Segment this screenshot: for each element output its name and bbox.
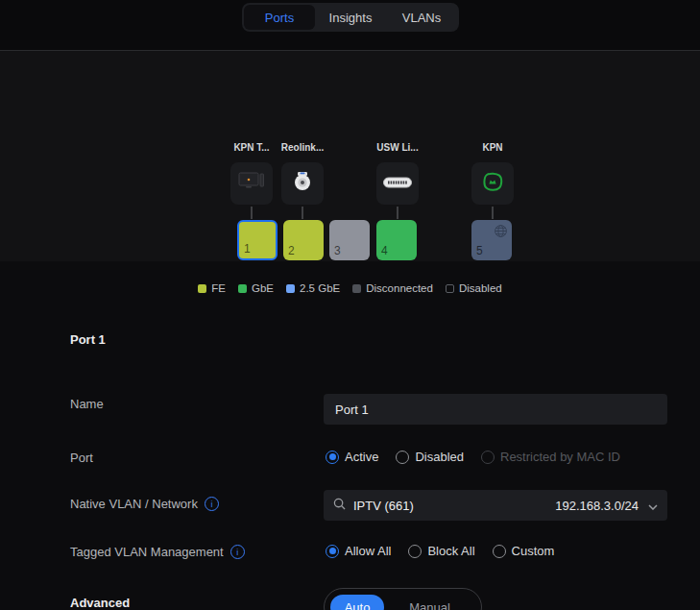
device-label: USW Li... [369,142,426,153]
kpn-logo-icon [480,169,505,198]
radio-allow-all[interactable]: Allow All [326,544,391,558]
port-1[interactable]: 1 [237,220,278,260]
port-number: 4 [381,244,388,257]
port-diagram-section: KPN T... Reolink... USW Li... KPN [0,51,700,261]
port-connector [397,207,398,219]
radio-label: Disabled [415,450,464,464]
radio-button-icon [408,545,422,558]
port-number: 2 [288,244,295,257]
port-connector [302,207,303,219]
legend-item-disconnected: Disconnected [352,282,433,294]
info-icon[interactable] [205,497,219,511]
tab-insights[interactable]: Insights [315,5,386,30]
radio-block-all[interactable]: Block All [408,544,474,558]
port-connector [492,207,494,219]
device-tile-usw-lite[interactable] [376,162,419,205]
radio-label: Block All [427,544,474,558]
device-label: Reolink... [274,142,331,153]
tv-icon [238,171,265,196]
radio-restricted-by-mac-id: Restricted by MAC ID [481,450,620,464]
legend-item-fe: FE [198,282,226,294]
radio-button-icon [493,545,506,558]
radio-button-icon [326,451,339,464]
port-2[interactable]: 2 [283,220,324,260]
radio-label: Restricted by MAC ID [500,450,620,464]
device-tile-kpn-isp[interactable] [471,162,514,205]
tagged-vlan-radio-group: Allow All Block All Custom [326,544,554,558]
tagged-vlan-label: Tagged VLAN Management [70,545,245,559]
port-state-radio-group: Active Disabled Restricted by MAC ID [326,450,620,464]
info-icon[interactable] [230,545,245,559]
legend-label: 2.5 GbE [300,282,340,294]
search-icon [333,497,346,514]
globe-icon [494,224,508,242]
tab-vlans[interactable]: VLANs [386,5,457,30]
native-vlan-label-text: Native VLAN / Network [70,497,198,511]
legend-item-25gbe: 2.5 GbE [286,282,340,294]
legend-label: Disabled [459,282,502,294]
port-3[interactable]: 3 [329,220,370,260]
port-number: 3 [334,244,341,257]
radio-label: Active [345,450,378,464]
name-field-label: Name [70,397,104,411]
advanced-mode-toggle: Auto Manual [324,588,482,610]
tagged-vlan-label-text: Tagged VLAN Management [70,545,224,559]
device-label: KPN [464,142,521,153]
tab-bar: Ports Insights VLANs [242,3,459,32]
port-number: 1 [244,242,251,256]
toggle-auto[interactable]: Auto [330,595,384,610]
port-settings-heading: Port 1 [70,332,106,347]
port-connector [251,207,253,219]
port-number: 5 [476,244,483,257]
radio-button-icon [481,451,495,464]
device-label: KPN T... [223,142,280,153]
chevron-down-icon [648,497,658,514]
legend-label: FE [211,282,226,294]
toggle-manual[interactable]: Manual [384,600,475,610]
legend-swatch-fe [198,284,206,293]
camera-icon [291,170,314,197]
native-vlan-label: Native VLAN / Network [70,497,219,511]
radio-label: Custom [512,544,555,558]
radio-button-icon [326,545,339,558]
native-vlan-selected-value: IPTV (661) [353,499,547,513]
radio-label: Allow All [345,544,391,558]
legend-label: Disconnected [366,282,433,294]
device-tile-kpn-tv[interactable] [230,162,273,205]
radio-active[interactable]: Active [326,450,378,464]
top-bar: Ports Insights VLANs [0,0,700,51]
legend-swatch-disabled [446,284,454,293]
radio-disabled[interactable]: Disabled [396,450,464,464]
port-name-input[interactable] [324,394,667,425]
legend-swatch-disconnected [352,284,361,293]
port-5[interactable]: 5 [471,220,512,260]
legend-swatch-25gbe [286,284,295,293]
port-4[interactable]: 4 [376,220,417,260]
native-vlan-subnet: 192.168.3.0/24 [555,499,639,513]
legend-item-gbe: GbE [238,282,274,294]
advanced-heading: Advanced [70,596,130,610]
radio-button-icon [396,451,409,464]
legend-label: GbE [252,282,274,294]
port-field-label: Port [70,451,93,465]
legend-item-disabled: Disabled [446,282,502,294]
port-legend: FE GbE 2.5 GbE Disconnected Disabled [0,282,700,294]
tab-ports[interactable]: Ports [244,5,315,30]
legend-swatch-gbe [238,284,247,293]
device-tile-reolink-camera[interactable] [281,162,324,205]
switch-icon [383,175,412,192]
radio-custom[interactable]: Custom [493,544,555,558]
native-vlan-dropdown[interactable]: IPTV (661) 192.168.3.0/24 [324,490,667,521]
